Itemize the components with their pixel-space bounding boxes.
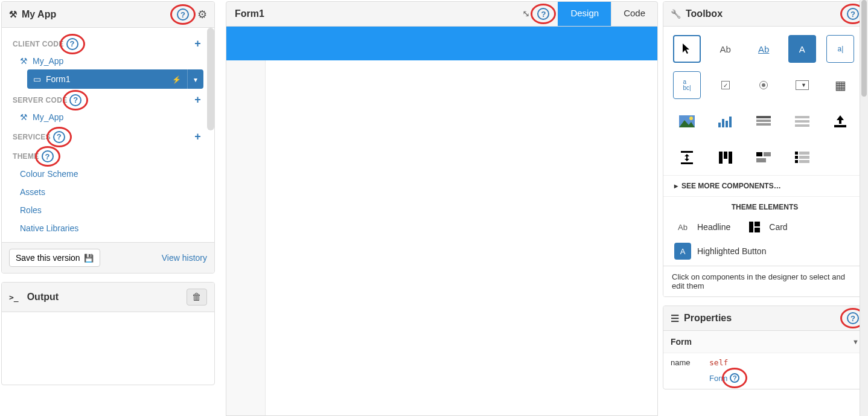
section-services: SERVICES ? + (2, 126, 214, 146)
svg-rect-29 (755, 222, 760, 226)
tool-columnpanel[interactable] (712, 144, 739, 171)
tool-dropdown[interactable]: ▼ (788, 71, 816, 99)
form-title: Form1 (235, 8, 264, 19)
toolbox-title: Toolbox (686, 8, 723, 19)
image-icon (679, 115, 695, 127)
bolt-icon (172, 74, 181, 84)
help-icon-services[interactable]: ? (53, 131, 65, 143)
spacer-icon (681, 151, 693, 164)
save-icon (84, 253, 94, 263)
properties-type-menu[interactable]: ▼ (852, 338, 859, 345)
properties-title: Properties (684, 313, 732, 324)
save-version-button[interactable]: Save this version (9, 249, 100, 267)
tab-code[interactable]: Code (611, 2, 657, 26)
section-server-code: SERVER CODE ? + (2, 89, 214, 109)
see-more-components[interactable]: SEE MORE COMPONENTS… (663, 175, 866, 197)
toolbox-hint: Click on components in the designer to s… (663, 266, 866, 296)
svg-rect-23 (799, 152, 809, 155)
app-browser-header: ⚒ My App ? ⚙ (2, 2, 214, 28)
svg-rect-16 (719, 152, 723, 164)
svg-rect-13 (834, 125, 846, 127)
svg-rect-14 (681, 151, 693, 153)
svg-rect-30 (755, 228, 760, 232)
page-scrollbar[interactable] (860, 0, 868, 416)
svg-rect-26 (795, 160, 798, 163)
theme-headline[interactable]: AbHeadline (674, 219, 730, 235)
tool-pointer[interactable] (673, 35, 701, 63)
tool-textbox[interactable]: a| (826, 35, 854, 63)
add-service[interactable]: + (194, 130, 203, 143)
tool-textarea[interactable]: abc| (673, 71, 701, 99)
svg-rect-25 (799, 156, 809, 159)
tool-repeatingpanel[interactable] (788, 107, 816, 135)
theme-native-libraries[interactable]: Native Libraries (2, 219, 214, 237)
svg-rect-28 (749, 222, 753, 232)
help-icon-properties[interactable]: ? (847, 312, 859, 324)
tool-spacer[interactable] (673, 144, 701, 171)
section-client-code: CLIENT CODE ? + (2, 33, 214, 53)
prompt-icon (9, 292, 22, 302)
pointer-icon (682, 43, 692, 54)
tool-datepicker[interactable]: ▦ (826, 71, 854, 99)
tool-flowpanel[interactable] (750, 144, 777, 171)
form-content-area[interactable] (265, 60, 657, 416)
svg-rect-4 (722, 119, 724, 127)
svg-rect-18 (729, 152, 732, 164)
help-icon-toolbox[interactable]: ? (847, 8, 859, 20)
form-item-active[interactable]: ▭ Form1 (27, 69, 203, 89)
svg-rect-8 (756, 120, 771, 122)
design-canvas[interactable] (226, 27, 658, 416)
prop-name-value[interactable]: self (709, 358, 728, 367)
svg-rect-21 (756, 158, 766, 162)
gear-icon[interactable]: ⚙ (197, 8, 207, 21)
add-server-code[interactable]: + (194, 94, 203, 106)
view-history-link[interactable]: View history (162, 253, 207, 263)
tool-label[interactable]: Ab (712, 35, 739, 63)
help-icon-theme[interactable]: ? (42, 150, 54, 162)
help-icon-client-code[interactable]: ? (66, 38, 78, 50)
tool-link[interactable]: Ab (750, 35, 777, 63)
svg-rect-22 (795, 152, 798, 155)
tool-button[interactable]: A (788, 35, 816, 63)
sliders-icon: ☰ (671, 313, 679, 324)
tab-design[interactable]: Design (558, 2, 611, 26)
tool-datagrid[interactable] (750, 107, 777, 135)
cluster-icon: ⚒ (20, 112, 28, 122)
expand-icon[interactable] (523, 8, 532, 19)
theme-elements-heading: THEME ELEMENTS (663, 197, 866, 213)
theme-highlighted-button[interactable]: AHighlighted Button (674, 243, 766, 260)
tool-checkbox[interactable]: ✓ (712, 71, 739, 99)
theme-colour-scheme[interactable]: Colour Scheme (2, 165, 214, 183)
client-package-item[interactable]: ⚒ My_App (2, 53, 214, 69)
theme-assets[interactable]: Assets (2, 183, 214, 201)
wrench-icon (671, 8, 681, 19)
tool-linearpanel[interactable] (788, 144, 816, 171)
tool-fileloader[interactable] (826, 107, 854, 135)
tool-image[interactable] (673, 107, 701, 135)
server-package-item[interactable]: ⚒ My_App (2, 109, 214, 126)
cluster-icon: ⚒ (9, 9, 17, 20)
tool-plot[interactable] (712, 107, 739, 135)
form-item-menu[interactable] (187, 69, 203, 89)
help-icon-server-code[interactable]: ? (69, 94, 81, 106)
svg-rect-20 (764, 152, 771, 156)
svg-rect-15 (681, 162, 693, 164)
theme-card[interactable]: Card (746, 219, 787, 235)
theme-roles[interactable]: Roles (2, 201, 214, 219)
help-icon-editor[interactable]: ? (537, 8, 549, 20)
plot-icon (718, 115, 733, 127)
card-icon (749, 222, 760, 232)
tool-radio[interactable] (750, 71, 777, 99)
upload-icon (834, 115, 846, 127)
help-icon-app[interactable]: ? (177, 8, 189, 21)
form-appbar[interactable] (226, 27, 657, 60)
editor-title-area: Form1 ? (226, 2, 558, 26)
linear-icon (795, 152, 809, 164)
clear-output-button[interactable]: 🗑 (187, 289, 207, 306)
svg-rect-7 (756, 116, 771, 118)
prop-form-link[interactable]: Form (709, 374, 727, 383)
svg-rect-24 (795, 156, 798, 159)
svg-point-2 (689, 117, 693, 120)
add-client-code[interactable]: + (194, 37, 203, 50)
help-icon-prop-form[interactable]: ? (730, 373, 739, 383)
